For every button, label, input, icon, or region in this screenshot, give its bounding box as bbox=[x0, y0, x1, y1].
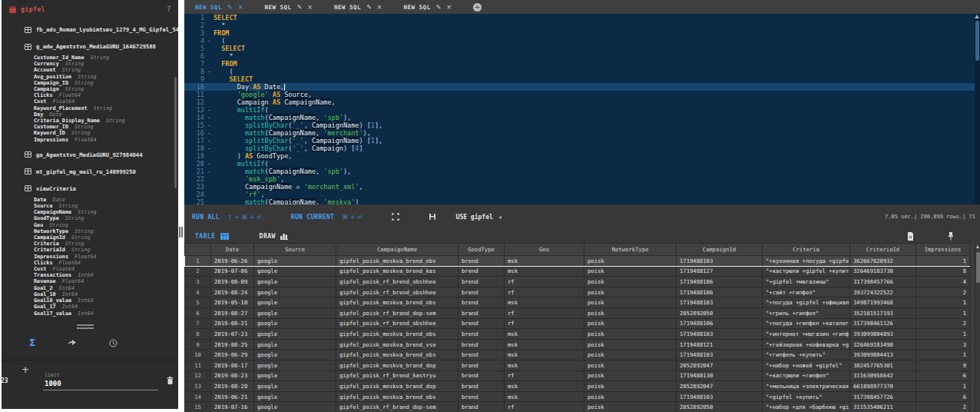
table-cell[interactable]: "+кухонная +посуда +gipfel' bbox=[763, 256, 850, 267]
panel-splitter-handle[interactable] bbox=[179, 227, 183, 238]
table-cell[interactable]: 1719488130 bbox=[677, 370, 763, 381]
table-cell[interactable]: 6 bbox=[916, 370, 970, 381]
sql-tab[interactable]: NEW SQL✎× bbox=[184, 0, 254, 14]
column-header[interactable]: GoodType bbox=[459, 244, 505, 256]
table-cell[interactable]: google bbox=[254, 329, 336, 340]
table-cell[interactable]: poisk bbox=[584, 350, 677, 360]
table-cell[interactable]: google bbox=[254, 277, 336, 287]
table-cell[interactable]: gipfel_poisk_rf_brand_dop-sem bbox=[336, 402, 459, 412]
table-cell[interactable]: msk bbox=[505, 339, 584, 350]
table-cell[interactable]: 2 bbox=[916, 318, 970, 329]
column-item[interactable]: GeoString bbox=[2, 222, 178, 228]
column-item[interactable]: GoodTypeString bbox=[2, 215, 178, 221]
table-cell[interactable]: gipfel_poisk_rf_brend_obshhee bbox=[336, 318, 459, 329]
table-row[interactable]: 22019-07-06googlegipfel_poisk_moskva_bre… bbox=[185, 266, 970, 277]
column-item[interactable]: Goal10_valueInt64 bbox=[2, 297, 178, 304]
table-cell[interactable]: "+gipfel +купить" bbox=[763, 391, 850, 402]
table-cell[interactable]: 1719488103 bbox=[677, 350, 763, 360]
column-item[interactable]: Goal17_valueInt64 bbox=[2, 311, 178, 317]
column-item[interactable]: Goal_17Int64 bbox=[2, 304, 178, 310]
table-cell[interactable]: msk bbox=[505, 391, 584, 402]
column-item[interactable]: CampaignNameString bbox=[2, 209, 178, 215]
editor-line[interactable]: 6 * bbox=[184, 52, 980, 60]
table-cell[interactable]: 2019-06-21 bbox=[211, 391, 254, 402]
database-header[interactable]: gipfel 7 bbox=[2, 0, 178, 15]
column-item[interactable]: ClicksFloat64 bbox=[2, 92, 178, 98]
column-item[interactable]: Customer_Id_NameString bbox=[2, 55, 178, 61]
table-cell[interactable]: 2019-08-27 bbox=[211, 307, 254, 318]
table-cell[interactable]: 2052892047 bbox=[677, 360, 763, 370]
table-cell[interactable]: gipfel_poisk_moskva_brand_dop bbox=[336, 381, 459, 392]
edit-tab-icon[interactable]: ✎ bbox=[227, 4, 233, 11]
sql-tab[interactable]: NEW SQL✎× bbox=[393, 0, 463, 14]
table-cell[interactable]: 393724322522 bbox=[850, 287, 916, 297]
table-cell[interactable]: 4 bbox=[916, 277, 970, 287]
column-header[interactable]: Source bbox=[254, 244, 336, 256]
table-cell[interactable]: 393099804893 bbox=[850, 329, 916, 340]
column-header[interactable]: Criteria bbox=[763, 244, 850, 256]
table-cell[interactable]: brend bbox=[459, 329, 505, 340]
table-cell[interactable]: 2019-08-21 bbox=[211, 318, 254, 329]
editor-line[interactable]: 10 Day AS Date, bbox=[184, 83, 980, 91]
close-tab-icon[interactable]: × bbox=[238, 4, 243, 11]
editor-scrollbar[interactable] bbox=[975, 14, 980, 204]
table-cell[interactable]: gipfel_poisk_moskva_brend_obs bbox=[336, 297, 459, 308]
table-cell[interactable]: "+посуда +гипфел +каталог' bbox=[763, 318, 850, 329]
column-item[interactable]: Criteria_Display_NameString bbox=[2, 118, 178, 124]
editor-scroll-thumb[interactable] bbox=[975, 21, 979, 61]
table-cell[interactable]: google bbox=[254, 339, 336, 350]
editor-line[interactable]: 11 'google' AS Source, bbox=[184, 91, 980, 98]
table-cell[interactable]: google bbox=[254, 391, 336, 402]
table-cell[interactable]: google bbox=[254, 360, 336, 370]
column-item[interactable]: Keyword_IDString bbox=[2, 130, 178, 136]
editor-line[interactable]: 4- ( bbox=[184, 37, 980, 45]
table-cell[interactable]: google bbox=[254, 297, 336, 308]
close-tab-icon[interactable]: × bbox=[307, 4, 313, 11]
table-cell[interactable]: 2019-08-24 bbox=[211, 287, 254, 297]
table-cell[interactable]: 1 bbox=[916, 381, 970, 392]
limit-input[interactable] bbox=[43, 378, 158, 390]
column-item[interactable]: ImpressionsFloat64 bbox=[2, 254, 178, 260]
table-cell[interactable]: "+сайт +гипфел" bbox=[763, 287, 850, 297]
table-row[interactable]: 112019-08-17googlegipfel_poisk_moskva_br… bbox=[185, 360, 970, 370]
table-cell[interactable]: rf bbox=[505, 277, 584, 287]
table-cell[interactable]: "+гейзерная +кофеварка +gi bbox=[763, 339, 850, 350]
history-icon[interactable] bbox=[109, 339, 118, 347]
table-cell[interactable]: "+кастрюли +gipfel +купить' bbox=[763, 266, 850, 277]
table-cell[interactable]: 349871993468 bbox=[850, 297, 916, 308]
table-cell[interactable]: 2019-07-06 bbox=[211, 266, 254, 277]
editor-line[interactable]: 12 Campaign AS CampaignName, bbox=[184, 98, 980, 106]
scroll-up-icon[interactable] bbox=[976, 245, 979, 248]
tab-draw[interactable]: DRAW bbox=[260, 233, 289, 240]
column-item[interactable]: NetworkTypeString bbox=[2, 228, 178, 234]
table-cell[interactable]: 6 bbox=[916, 391, 970, 402]
fold-marker[interactable]: - bbox=[204, 68, 214, 75]
results-scrollbar[interactable] bbox=[975, 243, 980, 412]
table-row[interactable]: 32019-08-09googlegipfel_poisk_rf_brend_o… bbox=[185, 277, 970, 287]
editor-line[interactable]: 21- match(CampaignName, 'spb'), bbox=[184, 168, 980, 175]
table-cell[interactable]: gipfel_poisk_moskva_brand_dop bbox=[336, 360, 459, 370]
table-cell[interactable]: brand bbox=[459, 360, 505, 370]
tab-table[interactable]: TABLE bbox=[195, 233, 229, 240]
column-item[interactable]: Goal_10Int64 bbox=[2, 291, 178, 297]
table-row[interactable]: 102019-06-29googlegipfel_poisk_moskva_br… bbox=[185, 350, 970, 360]
table-cell[interactable]: 8 bbox=[916, 266, 970, 277]
sidebar-table-item[interactable]: mt_gipfel_mg_mail_ru_140999250 bbox=[2, 167, 178, 177]
table-cell[interactable]: 9 bbox=[916, 360, 970, 370]
editor-line[interactable]: 19 ) AS GoodType, bbox=[184, 152, 980, 160]
table-cell[interactable]: 1719488103 bbox=[677, 329, 763, 340]
table-cell[interactable]: 2052892047 bbox=[677, 381, 763, 392]
column-header[interactable]: CampaignId bbox=[677, 244, 763, 256]
table-cell[interactable]: 2052892050 bbox=[677, 402, 763, 412]
table-cell[interactable]: poisk bbox=[584, 256, 677, 267]
table-cell[interactable]: "+набор +для +барбекю +gip bbox=[763, 402, 850, 412]
table-cell[interactable]: brend bbox=[459, 318, 505, 329]
sidebar-scrollbar[interactable] bbox=[174, 77, 177, 188]
table-cell[interactable]: brend bbox=[459, 391, 505, 402]
table-cell[interactable]: poisk bbox=[584, 287, 677, 297]
table-row[interactable]: 92019-08-25googlegipfel_poisk_moskva_bre… bbox=[185, 339, 970, 350]
sidebar-table-item[interactable]: viewCriteria bbox=[2, 184, 178, 194]
table-cell[interactable]: 326469183730 bbox=[850, 266, 916, 277]
fold-marker[interactable]: - bbox=[204, 121, 214, 129]
table-cell[interactable]: 2 bbox=[916, 287, 970, 297]
